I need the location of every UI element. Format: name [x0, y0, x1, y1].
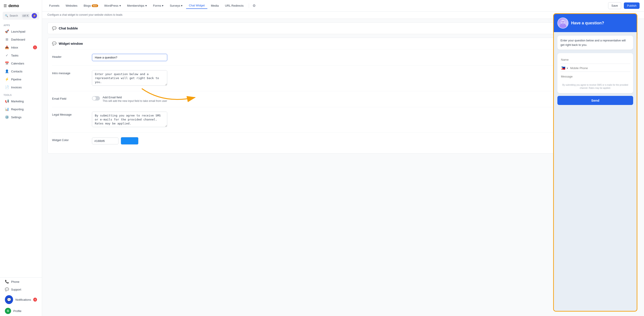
- inbox-badge: 1: [33, 45, 37, 49]
- widget-window-section-icon: 💬: [52, 41, 56, 46]
- chat-bubble-section-icon: 💬: [52, 26, 56, 30]
- header-input[interactable]: [92, 54, 167, 61]
- calendars-icon: 📅: [5, 61, 9, 65]
- preview-name-input[interactable]: [560, 56, 630, 64]
- svg-point-5: [563, 21, 564, 22]
- sidebar-item-label: Reporting: [11, 108, 24, 111]
- intro-textarea[interactable]: Enter your question below and a represen…: [92, 70, 167, 86]
- nav-media[interactable]: Media: [208, 3, 221, 9]
- nav-chat-widget-label: Chat Widget: [189, 4, 205, 7]
- nav-forms[interactable]: Forms ▾: [150, 3, 166, 9]
- surveys-dropdown-icon: ▾: [181, 4, 182, 7]
- email-toggle-label: Add Email field: [102, 96, 167, 99]
- sidebar-item-label: Tasks: [11, 54, 18, 57]
- publish-button[interactable]: Publish: [624, 2, 640, 9]
- nav-forms-label: Forms: [153, 4, 161, 7]
- intro-field: Enter your question below and a represen…: [92, 70, 634, 87]
- blogs-badge: New: [92, 4, 98, 7]
- header-row: Header: [52, 49, 634, 65]
- sidebar-item-reporting[interactable]: 📊 Reporting: [1, 105, 40, 113]
- save-button[interactable]: Save: [608, 2, 622, 9]
- sidebar-item-launchpad[interactable]: 🚀 Launchpad: [1, 28, 40, 35]
- sidebar-bottom: 📞 Phone 💬 Support 💬 Notifications 4 G Pr…: [0, 278, 42, 316]
- hamburger-icon[interactable]: ☰: [4, 4, 7, 8]
- settings-gear-icon[interactable]: ⚙: [252, 3, 256, 8]
- nav-chat-widget[interactable]: Chat Widget: [186, 2, 207, 9]
- sidebar-item-profile[interactable]: G Profile: [1, 306, 40, 316]
- nav-funnels-label: Funnels: [49, 4, 59, 7]
- sidebar-item-label: Pipeline: [11, 78, 21, 81]
- chat-bubble-section: 💬 Chat bubble ›: [48, 22, 639, 34]
- color-hex-input[interactable]: [92, 138, 118, 144]
- preview-body: Enter your question below and a represen…: [554, 32, 637, 311]
- tasks-icon: ✓: [5, 53, 9, 57]
- email-toggle[interactable]: [92, 96, 100, 100]
- sidebar-item-label: Inbox: [11, 46, 18, 49]
- nav-websites[interactable]: Websites: [63, 3, 80, 9]
- nav-surveys[interactable]: Surveys ▾: [167, 3, 185, 9]
- dashboard-icon: ⊞: [5, 37, 9, 41]
- nav-blogs-label: Blogs: [84, 4, 91, 7]
- sidebar-item-label: Phone: [11, 280, 20, 284]
- widget-window-title: Widget window: [59, 42, 83, 45]
- widget-window-form: Header Intro message Enter your question…: [48, 49, 638, 153]
- sidebar-item-tasks[interactable]: ✓ Tasks: [1, 52, 40, 59]
- svg-point-2: [559, 23, 566, 28]
- search-icon: 🔍: [5, 14, 8, 17]
- color-swatch[interactable]: [121, 137, 138, 145]
- widget-color-row: Widget Color: [52, 132, 634, 149]
- nav-wordpress[interactable]: WordPress ▾: [102, 3, 124, 9]
- nav-url-redirects[interactable]: URL Redirects: [222, 3, 246, 9]
- sidebar-item-support[interactable]: 💬 Support: [1, 286, 40, 293]
- invoices-icon: 📄: [5, 85, 9, 89]
- sidebar-item-label: Support: [11, 288, 21, 291]
- widget-window-header[interactable]: 💬 Widget window ∨: [48, 38, 638, 49]
- support-icon: 💬: [5, 288, 9, 292]
- sidebar-item-dashboard[interactable]: ⊞ Dashboard: [1, 36, 40, 43]
- nav-memberships[interactable]: Memberships ▾: [124, 3, 150, 9]
- nav-blogs[interactable]: Blogs New: [81, 3, 100, 9]
- marketing-icon: 📢: [5, 99, 9, 103]
- svg-point-4: [562, 21, 562, 22]
- sidebar-item-calendars[interactable]: 📅 Calendars: [1, 59, 40, 67]
- sidebar-item-invoices[interactable]: 📄 Invoices: [1, 83, 40, 91]
- nav-memberships-label: Memberships: [127, 4, 144, 7]
- sidebar-item-label: Launchpad: [11, 30, 25, 33]
- phone-icon: 📞: [5, 280, 9, 284]
- preview-send-button[interactable]: Send: [558, 96, 633, 105]
- sidebar-item-notifications[interactable]: 💬 Notifications 4: [1, 294, 40, 306]
- bolt-icon: ⚡: [32, 13, 37, 18]
- sidebar-item-label: Dashboard: [11, 38, 25, 41]
- forms-dropdown-icon: ▾: [162, 4, 164, 7]
- chat-bubble-header[interactable]: 💬 Chat bubble ›: [48, 22, 638, 34]
- legal-message-row: Legal Message By submitting you agree to…: [52, 107, 634, 132]
- notifications-badge: 4: [33, 298, 37, 302]
- inbox-icon: 📥: [5, 45, 9, 49]
- sidebar-item-phone[interactable]: 📞 Phone: [1, 278, 40, 286]
- email-field-label: Email Field: [52, 96, 88, 100]
- search-bar[interactable]: 🔍 Search ctrl K ⚡: [3, 12, 39, 20]
- launchpad-icon: 🚀: [5, 29, 9, 33]
- sidebar-item-inbox[interactable]: 📥 Inbox 1: [1, 44, 40, 51]
- nav-separator: [249, 3, 249, 8]
- phone-separator: ▾: [567, 67, 568, 70]
- color-field: [92, 137, 634, 145]
- sidebar-item-contacts[interactable]: 👤 Contacts: [1, 67, 40, 75]
- logo-area: ☰ demo: [0, 0, 42, 10]
- preview-form: 🇵🇭 ▾ By submitting you agree to receive …: [558, 53, 633, 93]
- apps-section-label: Apps: [0, 21, 42, 27]
- contacts-icon: 👤: [5, 69, 9, 73]
- intro-label: Intro message: [52, 70, 88, 75]
- search-label: Search: [10, 14, 18, 17]
- sidebar-item-settings[interactable]: ⚙️ Settings: [1, 113, 40, 121]
- sidebar-item-marketing[interactable]: 📢 Marketing: [1, 97, 40, 105]
- search-shortcut: ctrl K: [22, 14, 30, 17]
- sidebar-item-pipeline[interactable]: ⚡ Pipeline: [1, 75, 40, 83]
- nav-wordpress-label: WordPress: [104, 4, 118, 7]
- legal-textarea[interactable]: By submitting you agree to receive SMS o…: [92, 112, 167, 127]
- sidebar-item-label: Notifications: [15, 298, 31, 301]
- preview-message-input[interactable]: [560, 73, 630, 80]
- nav-funnels[interactable]: Funnels: [46, 3, 62, 9]
- preview-phone-input[interactable]: [570, 66, 630, 70]
- nav-websites-label: Websites: [66, 4, 77, 7]
